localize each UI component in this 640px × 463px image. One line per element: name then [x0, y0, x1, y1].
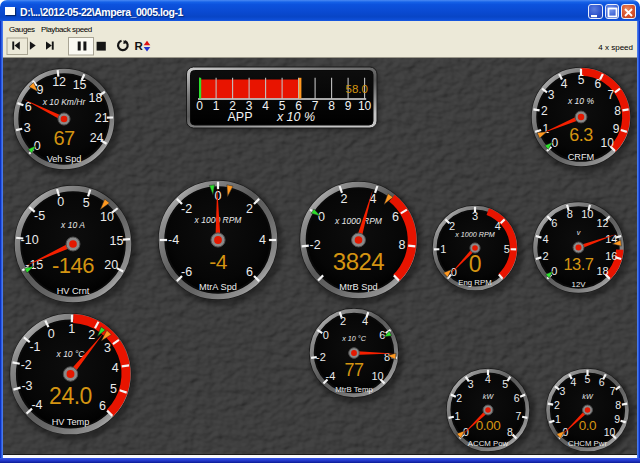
svg-text:4: 4 [561, 77, 568, 91]
svg-text:1: 1 [555, 413, 561, 425]
svg-text:4: 4 [259, 233, 266, 247]
svg-text:5: 5 [83, 196, 90, 210]
svg-text:18: 18 [88, 91, 102, 105]
svg-text:1: 1 [455, 410, 461, 422]
svg-text:9: 9 [345, 99, 352, 113]
svg-text:16: 16 [605, 250, 617, 262]
svg-text:3: 3 [559, 385, 565, 397]
svg-text:4: 4 [112, 361, 119, 375]
svg-text:6: 6 [514, 392, 520, 404]
svg-text:x 10 °C: x 10 °C [56, 349, 86, 359]
svg-text:8: 8 [615, 399, 621, 411]
svg-text:Eng RPM: Eng RPM [458, 278, 491, 287]
svg-text:6: 6 [392, 210, 399, 224]
svg-text:-5: -5 [34, 209, 45, 223]
svg-text:24.0: 24.0 [49, 383, 92, 409]
svg-text:6: 6 [379, 329, 385, 341]
svg-text:4: 4 [362, 315, 368, 327]
svg-text:10: 10 [371, 370, 383, 382]
svg-text:x 10 Km/Hr: x 10 Km/Hr [42, 97, 87, 107]
svg-text:7: 7 [608, 88, 615, 102]
svg-text:2: 2 [456, 392, 462, 404]
svg-text:6: 6 [551, 217, 557, 229]
svg-text:-4: -4 [326, 370, 336, 382]
svg-text:8: 8 [398, 238, 405, 252]
svg-text:0: 0 [551, 136, 558, 150]
svg-text:kW: kW [582, 392, 594, 401]
svg-text:2: 2 [541, 104, 548, 118]
svg-text:CHCM Pwr: CHCM Pwr [568, 439, 607, 448]
svg-text:10: 10 [581, 208, 593, 220]
svg-text:6: 6 [246, 265, 253, 279]
svg-text:-2: -2 [316, 351, 326, 363]
svg-text:4: 4 [543, 233, 549, 245]
svg-text:x 10 °C: x 10 °C [341, 334, 366, 343]
svg-text:2: 2 [340, 315, 346, 327]
svg-text:-2: -2 [21, 358, 32, 372]
svg-text:x 10 A: x 10 A [60, 220, 85, 230]
svg-text:R: R [135, 40, 144, 52]
svg-text:HV Crnt: HV Crnt [57, 286, 90, 296]
svg-text:2: 2 [341, 192, 348, 206]
svg-text:4: 4 [570, 376, 576, 388]
svg-text:0.00: 0.00 [476, 418, 500, 433]
svg-text:6.3: 6.3 [569, 125, 593, 145]
svg-text:7: 7 [516, 410, 522, 422]
svg-text:6: 6 [594, 77, 601, 91]
svg-text:1: 1 [213, 99, 220, 113]
svg-text:1: 1 [68, 322, 75, 336]
svg-text:7: 7 [610, 385, 616, 397]
svg-text:Veh Spd: Veh Spd [47, 154, 82, 164]
svg-text:3: 3 [104, 341, 111, 355]
svg-text:2: 2 [554, 399, 560, 411]
svg-text:0: 0 [318, 210, 325, 224]
svg-text:5: 5 [578, 73, 585, 87]
svg-text:-4: -4 [31, 398, 42, 412]
svg-text:10: 10 [604, 426, 616, 438]
svg-text:3: 3 [24, 121, 31, 135]
svg-text:0: 0 [57, 195, 64, 209]
svg-text:-6: -6 [181, 265, 192, 279]
svg-text:3824: 3824 [333, 248, 385, 275]
svg-text:2: 2 [246, 202, 253, 216]
svg-text:0: 0 [48, 327, 55, 341]
svg-text:-4: -4 [209, 250, 227, 273]
svg-text:MtrA Spd: MtrA Spd [199, 282, 237, 292]
svg-text:8: 8 [507, 426, 513, 438]
svg-text:8: 8 [328, 99, 335, 113]
svg-text:1: 1 [440, 243, 446, 255]
svg-text:0: 0 [451, 266, 457, 278]
svg-text:18: 18 [596, 265, 608, 277]
svg-text:5: 5 [110, 382, 117, 396]
svg-text:ACCM Pow: ACCM Pow [468, 439, 509, 448]
svg-text:58.0: 58.0 [346, 83, 368, 95]
svg-text:-4: -4 [168, 233, 179, 247]
svg-text:15: 15 [110, 234, 124, 248]
svg-text:x 1000 RPM: x 1000 RPM [334, 216, 383, 226]
svg-text:CRFM: CRFM [568, 152, 595, 162]
svg-text:9: 9 [613, 122, 620, 136]
svg-text:3: 3 [472, 210, 478, 222]
svg-text:12V: 12V [572, 280, 587, 289]
svg-text:MtrB Spd: MtrB Spd [339, 282, 377, 292]
svg-text:kW: kW [483, 392, 495, 401]
svg-text:13.7: 13.7 [563, 255, 593, 273]
svg-text:9: 9 [614, 413, 620, 425]
svg-text:8: 8 [567, 208, 573, 220]
svg-text:HV Temp: HV Temp [52, 417, 90, 427]
svg-text:-2: -2 [181, 202, 192, 216]
svg-text:-1: -1 [29, 340, 40, 354]
svg-text:-2: -2 [310, 238, 321, 252]
svg-text:15: 15 [73, 78, 87, 92]
svg-text:5: 5 [585, 373, 591, 385]
svg-text:2: 2 [88, 328, 95, 342]
svg-text:-3: -3 [21, 379, 32, 393]
svg-text:5: 5 [502, 378, 508, 390]
svg-text:-10: -10 [21, 233, 39, 247]
svg-text:6: 6 [599, 376, 605, 388]
svg-text:4: 4 [485, 373, 491, 385]
svg-text:6: 6 [99, 399, 106, 413]
svg-text:9: 9 [37, 83, 44, 97]
svg-text:APP: APP [227, 110, 252, 124]
svg-text:5: 5 [504, 243, 510, 255]
